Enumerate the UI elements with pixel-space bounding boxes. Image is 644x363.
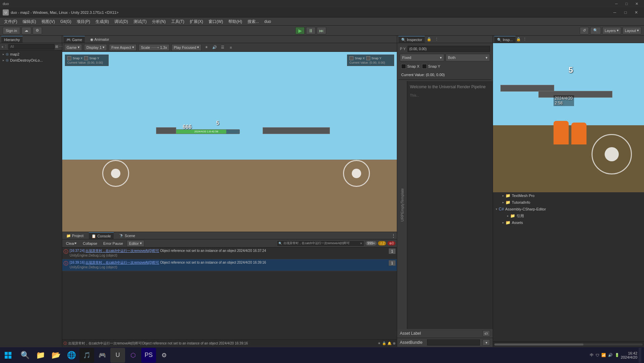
inspector-lock-btn[interactable]: 🔒 (426, 36, 432, 42)
win-max-btn[interactable]: □ (622, 1, 631, 7)
game-tab[interactable]: 🎮 Game (64, 36, 85, 43)
y-coord-value[interactable]: (0.00, 0.00) (408, 46, 490, 52)
hierarchy-item-map2[interactable]: ▸ ◎ map2 (0, 51, 62, 57)
hierarchy-tab[interactable]: Hierarchy (1, 36, 23, 43)
console-link-1[interactable]: 出现异常时，在catch中运行一次removeAt(0)即可 (85, 261, 159, 264)
right-joystick-outer[interactable] (592, 134, 632, 174)
taskbar-clock[interactable]: 16:42 2024/4/20 (621, 351, 637, 359)
win-close-btn[interactable]: ✕ (632, 1, 641, 7)
terminal-taskbar-btn[interactable]: PS (141, 348, 156, 363)
menu-tools[interactable]: 工具(T) (168, 18, 187, 25)
tree-item-textmesh[interactable]: ▸ 📁 TextMesh Pro (493, 192, 644, 199)
cloud-button[interactable]: ☁ (22, 27, 31, 34)
display-dropdown[interactable]: Display 1 (84, 44, 107, 51)
snap-y-checkbox[interactable] (422, 64, 427, 69)
hierarchy-search-input[interactable] (8, 44, 54, 50)
gizmos2-btn[interactable]: ≡ (228, 44, 234, 51)
start-button[interactable] (0, 347, 16, 363)
console-link-0[interactable]: 出现异常时，在catch中运行一次removeAt(0)即可 (85, 249, 159, 253)
right-panel-lock-btn[interactable]: 🔒 (516, 36, 522, 42)
gizmos-btn[interactable]: ☀ (203, 44, 210, 51)
left-joystick-outer[interactable] (102, 160, 129, 187)
menu-file[interactable]: 文件(F) (1, 18, 20, 25)
menu-view[interactable]: 视图(V) (39, 18, 58, 25)
menu-git[interactable]: Git(G) (58, 18, 74, 25)
menu-debug[interactable]: 调试(D) (112, 18, 131, 25)
pause-button[interactable]: ⏸ (306, 27, 315, 34)
unity-taskbar-btn[interactable]: U (110, 348, 125, 363)
scale-dropdown[interactable]: Scale ——● 1.3x (139, 44, 169, 51)
snap-x-checkbox[interactable] (401, 64, 406, 69)
console-options-btn[interactable]: ⋮ (391, 233, 395, 238)
scrollbar-thumb[interactable] (494, 343, 583, 345)
fixed-dropdown[interactable]: Fixed (400, 54, 444, 61)
editor-dropdown[interactable]: Editor (127, 240, 144, 247)
step-button[interactable]: ⏭ (317, 27, 326, 34)
tree-item-tutorialinfo[interactable]: ▸ 📁 TutorialInfo (493, 199, 644, 206)
menu-edit[interactable]: 编辑(E) (20, 18, 39, 25)
menu-extensions[interactable]: 扩展(X) (187, 18, 206, 25)
inspector-tab[interactable]: 🔍 Inspector (399, 36, 425, 43)
asset-bundle-input[interactable] (427, 339, 480, 345)
menu-build[interactable]: 生成(B) (93, 18, 112, 25)
hierarchy-options-btn[interactable]: ⋮ (4, 44, 8, 50)
menu-duo[interactable]: duo (262, 18, 274, 25)
layers-dropdown[interactable]: Layers (602, 27, 621, 34)
unity-min-btn[interactable]: ─ (610, 9, 620, 16)
scrollbar-track[interactable] (494, 343, 643, 345)
hierarchy-item-dontdestroy[interactable]: ▸ ◎ DontDestroyOnLo... (0, 57, 62, 63)
menu-search[interactable]: 搜索... (245, 18, 262, 25)
game-label-dropdown[interactable]: Game (64, 44, 82, 51)
console-row-0[interactable]: ⓘ [16:37:24] 出现异常时，在catch中运行一次removeAt(0… (62, 248, 397, 259)
hierarchy-filter-btn[interactable]: ⊞ (55, 44, 58, 50)
play-focused-dropdown[interactable]: Play Focused (172, 44, 202, 51)
scene-tab[interactable]: 🔭 Scene (116, 232, 138, 239)
game-taskbar-btn[interactable]: 🎮 (95, 348, 110, 363)
unity-close-btn[interactable]: ✕ (631, 9, 641, 16)
console-row-1[interactable]: ⓘ [16:39:16] 出现异常时，在catch中运行一次removeAt(0… (62, 259, 397, 271)
menu-help[interactable]: 帮助(H) (226, 18, 245, 25)
show-desktop-btn[interactable] (639, 348, 641, 363)
animator-tab[interactable]: ◉ Animator (87, 36, 112, 43)
right-joystick-outer[interactable] (343, 160, 370, 187)
asset-bundle-btn[interactable]: ▾ (483, 339, 490, 345)
inspector-options-btn[interactable]: ⋮ (433, 36, 440, 42)
hierarchy-add-btn[interactable]: + (1, 44, 3, 50)
search-button[interactable]: 🔍 (590, 27, 601, 34)
clear-button[interactable]: Clear (64, 240, 79, 247)
menu-test[interactable]: 测试(T) (131, 18, 149, 25)
asset-label-btn[interactable]: 🏷 (483, 330, 490, 336)
menu-analyze[interactable]: 分析(N) (149, 18, 168, 25)
aspect-dropdown[interactable]: Free Aspect (109, 44, 137, 51)
inspector-right-tab[interactable]: 🔍 Insp... (494, 36, 516, 43)
audio-btn[interactable]: 🔊 (212, 44, 218, 51)
filter-text[interactable]: 出现异常时，在catch中运行一次removeAt(0)即可 (283, 241, 350, 245)
stats-btn[interactable]: ☰ (220, 44, 226, 51)
ide-taskbar-btn[interactable]: ⬡ (126, 348, 141, 363)
tree-item-references[interactable]: ▸ 📁 引用 (493, 212, 644, 219)
files-taskbar-btn[interactable]: 📁 (33, 348, 48, 363)
layout-dropdown[interactable]: Layout (622, 27, 641, 34)
right-panel-opts-btn[interactable]: ⋮ (522, 36, 528, 42)
console-tab[interactable]: 📋 Console (89, 232, 113, 239)
music-taskbar-btn[interactable]: 🎵 (79, 348, 94, 363)
collapse-button[interactable]: Collapse (80, 240, 100, 247)
play-button[interactable]: ▶ (295, 27, 305, 34)
filter-clear-icon[interactable]: ✕ (360, 242, 363, 245)
project-tab[interactable]: 📁 Project (64, 232, 86, 239)
sign-in-button[interactable]: Sign in (3, 27, 20, 34)
menu-window[interactable]: 窗口(W) (206, 18, 226, 25)
win-min-btn[interactable]: ─ (612, 1, 621, 7)
both-dropdown[interactable]: Both (446, 54, 490, 61)
explorer-taskbar-btn[interactable]: 📂 (48, 348, 63, 363)
settings-taskbar-btn[interactable]: ⚙ (157, 348, 172, 363)
settings-button[interactable]: ⚙ (33, 27, 42, 34)
undo-button[interactable]: ↺ (580, 27, 589, 34)
tree-item-assets[interactable]: ▸ 📁 Assets (493, 219, 644, 226)
edge-taskbar-btn[interactable]: 🌐 (64, 348, 79, 363)
tree-item-assembly[interactable]: ▾ C# Assembly-CSharp-Editor (493, 206, 644, 212)
unity-max-btn[interactable]: □ (620, 9, 631, 16)
search-taskbar-btn[interactable]: 🔍 (17, 348, 32, 363)
error-pause-button[interactable]: Error Pause (101, 240, 125, 247)
menu-project[interactable]: 项目(P) (74, 18, 93, 25)
